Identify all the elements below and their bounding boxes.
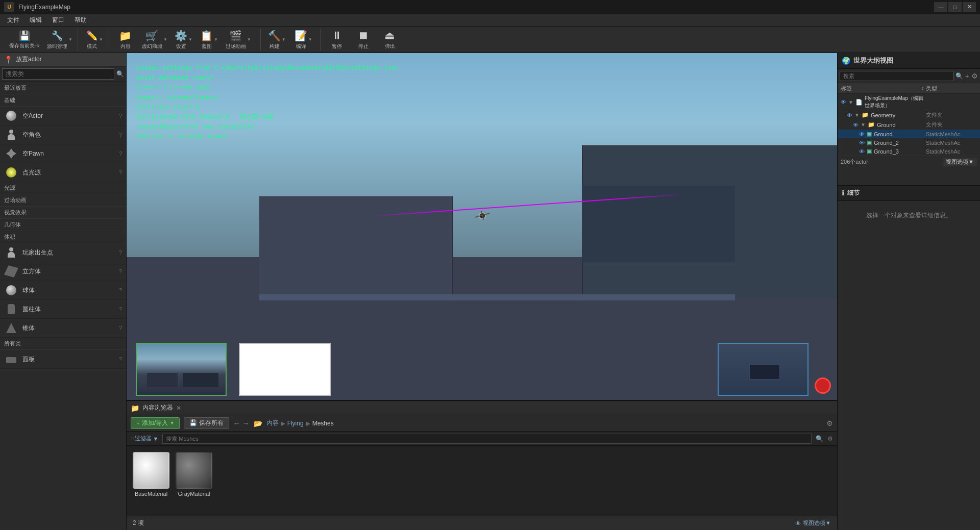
breadcrumb-content[interactable]: 内容	[266, 419, 279, 427]
window-controls: — □ ✕	[934, 2, 976, 12]
actor-item-cube[interactable]: 立方体 ?	[0, 262, 126, 281]
blueprint-icon: 📋	[201, 30, 213, 42]
title-text: FlyingExampleMap	[18, 4, 70, 11]
add-import-button[interactable]: + 添加/导入 ▼	[131, 417, 180, 429]
breadcrumb-meshes[interactable]: Meshes	[312, 420, 334, 427]
settings-toolbar-button[interactable]: ⚙️ 设置 ▼	[172, 29, 196, 51]
block-far-right	[582, 186, 735, 262]
cinematic-button[interactable]: 🎬 过场动画 ▼	[223, 29, 254, 51]
actor-item-player-start[interactable]: 玩家出生点 ?	[0, 243, 126, 262]
wo-vis-icon-3: 👁	[859, 131, 865, 137]
pause-button[interactable]: ⏸ 暂停	[325, 29, 349, 51]
menu-file[interactable]: 文件	[2, 14, 24, 26]
wo-view-options-button[interactable]: 视图选项▼	[943, 158, 977, 166]
maximize-button[interactable]: □	[948, 2, 962, 12]
section-all[interactable]: 所有类	[0, 338, 126, 350]
left-panel: 📍 放置actor 🔍 最近放置 基础 空Actor ? 空角色 ? 空Pawn	[0, 53, 127, 530]
asset-count: 2 项	[133, 519, 144, 527]
marketplace-button[interactable]: 🛒 虚幻商城 ▼	[139, 29, 170, 51]
source-control-button[interactable]: 🔧 源码管理 ▼	[44, 29, 76, 51]
folder-button[interactable]: 📂	[254, 419, 262, 427]
cube-icon	[4, 264, 18, 279]
wo-add-button[interactable]: +	[965, 72, 969, 80]
filter-text: 过滤器	[135, 435, 152, 442]
sv1-box2	[183, 373, 218, 387]
sub-viewport-1[interactable]	[136, 343, 227, 396]
eject-button[interactable]: ⏏ 弹出	[378, 29, 402, 51]
search-input[interactable]	[2, 68, 114, 80]
menu-window[interactable]: 窗口	[47, 14, 69, 26]
wo-root-item[interactable]: 👁 ▼ 📄 FlyingExampleMap（编辑世界场景）	[838, 94, 980, 110]
section-cinematic[interactable]: 过场动画	[0, 194, 126, 207]
detail-panel-title: ℹ 细节	[838, 186, 980, 201]
search-meshes-input[interactable]	[162, 434, 812, 444]
wo-sort-arrow[interactable]: ↕	[921, 85, 924, 92]
section-basic[interactable]: 基础	[0, 94, 126, 107]
asset-gray-material[interactable]: GrayMaterial	[176, 452, 212, 497]
sub-viewport-1-scene	[137, 344, 226, 395]
wo-item-name-5: Ground_3	[874, 148, 924, 155]
actor-item-cone[interactable]: 锥体 ?	[0, 319, 126, 338]
save-map-button[interactable]: 💾 保存当前关卡	[6, 29, 43, 51]
compile-button[interactable]: 📝 编译 ▼	[291, 29, 316, 51]
wo-expand-2: ▼	[861, 122, 866, 128]
wo-ground3-item[interactable]: 👁 ▣ Ground_3 StaticMeshAc	[838, 147, 980, 156]
detail-panel: ℹ 细节 选择一个对象来查看详细信息。	[838, 186, 980, 530]
actor-item-cylinder[interactable]: 圆柱体 ?	[0, 300, 126, 319]
record-button[interactable]	[815, 377, 831, 394]
sub-viewport-3[interactable]	[718, 343, 808, 396]
wo-geometry-item[interactable]: 👁 ▼ 📁 Geometry 文件夹	[838, 110, 980, 120]
menu-edit[interactable]: 编辑	[24, 14, 47, 26]
settings-toolbar-label: 设置	[176, 43, 186, 50]
wo-search-input[interactable]	[840, 71, 953, 81]
section-light[interactable]: 光源	[0, 182, 126, 194]
actor-item-empty-pawn[interactable]: 空Pawn ?	[0, 144, 126, 163]
viewport[interactable]: Loaded settings from C:\Users\tomlijiong…	[127, 53, 837, 400]
filter-label[interactable]: 过滤器 ▼	[135, 435, 158, 442]
cb-filter-settings-icon[interactable]: ⚙	[827, 435, 833, 442]
save-all-button[interactable]: 💾 保存所有	[184, 417, 229, 429]
detail-panel-icon: ℹ	[842, 189, 844, 197]
cone-icon	[4, 321, 18, 335]
cylinder-icon	[4, 302, 18, 316]
mode-label: 模式	[87, 43, 97, 50]
actor-item-floor[interactable]: 面板 ?	[0, 350, 126, 369]
content-button[interactable]: 📁 内容	[113, 29, 138, 51]
breadcrumb-flying[interactable]: Flying	[287, 420, 304, 427]
actor-item-sphere[interactable]: 球体 ?	[0, 281, 126, 300]
blueprint-button[interactable]: 📋 蓝图 ▼	[197, 29, 222, 51]
close-button[interactable]: ✕	[963, 2, 976, 12]
section-visual[interactable]: 视觉效果	[0, 207, 126, 219]
stop-button[interactable]: ⏹ 停止	[351, 29, 376, 51]
actor-list: 最近放置 基础 空Actor ? 空角色 ? 空Pawn ? 点光源 ?	[0, 82, 126, 530]
nav-forward-button[interactable]: →	[242, 419, 250, 427]
build-label: 构建	[270, 43, 280, 50]
view-options-button[interactable]: 👁 视图选项▼	[795, 519, 831, 527]
asset-base-material[interactable]: BaseMaterial	[133, 452, 169, 497]
mode-button[interactable]: ✏️ 模式 ▼	[82, 29, 107, 51]
nav-back-button[interactable]: ←	[233, 419, 240, 427]
build-button[interactable]: 🔨 构建 ▼	[265, 29, 289, 51]
minimize-button[interactable]: —	[934, 2, 947, 12]
menu-help[interactable]: 帮助	[69, 14, 92, 26]
cone-name: 锥体	[22, 324, 35, 333]
actor-item-empty-actor[interactable]: 空Actor ?	[0, 107, 126, 125]
section-geo[interactable]: 几何体	[0, 219, 126, 231]
sub-viewport-2[interactable]	[239, 343, 331, 396]
actor-item-point-light[interactable]: 点光源 ?	[0, 163, 126, 182]
filter-options-button[interactable]: ≡ 过滤器 ▼	[131, 435, 158, 442]
wo-vis-icon-0: 👁	[841, 99, 846, 105]
wo-ground2-item[interactable]: 👁 ▣ Ground_2 StaticMeshAc	[838, 138, 980, 147]
save-all-icon: 💾	[189, 419, 197, 426]
section-recent[interactable]: 最近放置	[0, 82, 126, 94]
content-browser-tab[interactable]: 📁 内容浏览器 ✕	[131, 403, 181, 412]
actor-item-empty-character[interactable]: 空角色 ?	[0, 125, 126, 144]
content-browser-tab-close[interactable]: ✕	[176, 405, 181, 412]
cb-settings-button[interactable]: ⚙	[826, 419, 833, 427]
wo-settings-button[interactable]: ⚙	[971, 72, 978, 80]
wo-ground-item[interactable]: 👁 ▣ Ground StaticMeshAc	[838, 130, 980, 138]
wo-ground-folder-item[interactable]: 👁 ▼ 📁 Ground 文件夹	[838, 120, 980, 130]
section-volume[interactable]: 体积	[0, 231, 126, 243]
wo-header: 标签 ↕ 类型	[838, 84, 980, 94]
world-outliner-title: 🌍 世界大纲视图	[838, 53, 980, 69]
